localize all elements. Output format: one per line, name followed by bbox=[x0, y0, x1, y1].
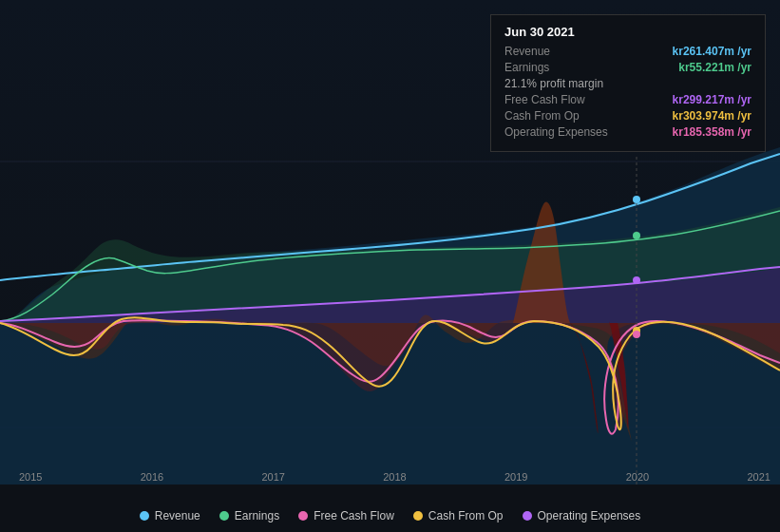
legend-item-earnings[interactable]: Earnings bbox=[219, 509, 279, 522]
tooltip-label-earnings: Earnings bbox=[504, 61, 549, 74]
x-label-2018: 2018 bbox=[383, 471, 406, 483]
tooltip-label-cashop: Cash From Op bbox=[504, 109, 580, 123]
x-label-2020: 2020 bbox=[626, 471, 649, 483]
indicator-dot-opex bbox=[633, 276, 640, 284]
tooltip-margin: 21.1% profit margin bbox=[504, 77, 751, 90]
tooltip-row-opex: Operating Expenses kr185.358m /yr bbox=[504, 125, 751, 139]
tooltip-label-opex: Operating Expenses bbox=[504, 125, 608, 139]
x-label-2021: 2021 bbox=[748, 471, 770, 483]
tooltip-value-revenue: kr261.407m /yr bbox=[673, 45, 751, 58]
indicator-dot-revenue bbox=[633, 196, 640, 203]
tooltip-label-revenue: Revenue bbox=[504, 45, 550, 58]
indicator-dot-fcf bbox=[633, 331, 640, 338]
tooltip-row-cashop: Cash From Op kr303.974m /yr bbox=[504, 109, 751, 123]
tooltip-value-earnings: kr55.221m /yr bbox=[678, 61, 751, 74]
tooltip-label-fcf: Free Cash Flow bbox=[504, 93, 585, 106]
x-label-2019: 2019 bbox=[504, 471, 527, 483]
legend-label-fcf: Free Cash Flow bbox=[314, 509, 394, 522]
legend-dot-earnings bbox=[219, 511, 229, 521]
tooltip-row-revenue: Revenue kr261.407m /yr bbox=[504, 45, 751, 58]
tooltip-value-fcf: kr299.217m /yr bbox=[673, 93, 751, 106]
data-tooltip: Jun 30 2021 Revenue kr261.407m /yr Earni… bbox=[490, 14, 766, 152]
tooltip-date: Jun 30 2021 bbox=[504, 25, 751, 39]
x-axis-labels: 2015 2016 2017 2018 2019 2020 2021 bbox=[19, 471, 770, 483]
legend-label-earnings: Earnings bbox=[235, 509, 279, 522]
legend-dot-opex bbox=[523, 511, 532, 521]
legend-dot-cashop bbox=[413, 511, 423, 521]
legend-dot-revenue bbox=[140, 511, 149, 521]
legend-item-fcf[interactable]: Free Cash Flow bbox=[298, 509, 394, 522]
tooltip-value-cashop: kr303.974m /yr bbox=[673, 109, 751, 123]
tooltip-row-earnings: Earnings kr55.221m /yr bbox=[504, 61, 751, 74]
tooltip-value-opex: kr185.358m /yr bbox=[673, 125, 751, 139]
indicator-dot-earnings bbox=[633, 232, 640, 239]
legend: Revenue Earnings Free Cash Flow Cash Fro… bbox=[0, 509, 780, 522]
legend-item-cashop[interactable]: Cash From Op bbox=[413, 509, 504, 522]
legend-item-opex[interactable]: Operating Expenses bbox=[523, 509, 641, 522]
legend-label-cashop: Cash From Op bbox=[428, 509, 504, 522]
x-label-2015: 2015 bbox=[19, 471, 42, 483]
legend-item-revenue[interactable]: Revenue bbox=[140, 509, 200, 522]
legend-dot-fcf bbox=[298, 511, 308, 521]
legend-label-opex: Operating Expenses bbox=[538, 509, 641, 522]
legend-label-revenue: Revenue bbox=[155, 509, 200, 522]
x-label-2016: 2016 bbox=[141, 471, 163, 483]
tooltip-row-fcf: Free Cash Flow kr299.217m /yr bbox=[504, 93, 751, 106]
x-label-2017: 2017 bbox=[262, 471, 285, 483]
